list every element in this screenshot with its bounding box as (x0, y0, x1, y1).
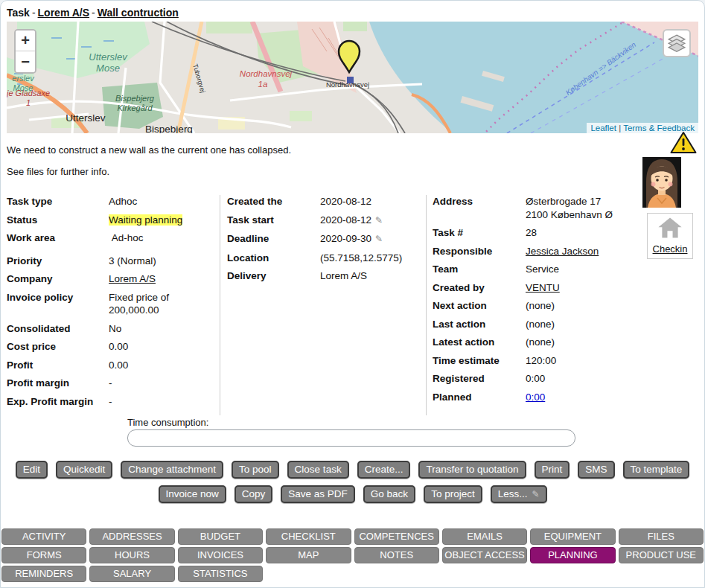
field-value: Service (526, 263, 559, 276)
field-company: CompanyLorem A/S (7, 272, 220, 286)
field-value: Østerbrogade 172100 København Ø (526, 195, 613, 221)
save-as-pdf-button[interactable]: Save as PDF (281, 485, 355, 503)
description-line: We need to construct a new wall as the c… (7, 144, 704, 156)
jessica-jackson-link[interactable]: Jessica Jackson (526, 246, 599, 257)
field-value: 2020-08-12 (320, 195, 371, 208)
field-label: Cost price (7, 340, 109, 354)
breadcrumb: Task-Lorem A/S-Wall contruction (1, 1, 704, 22)
tab-budget[interactable]: BUDGET (178, 528, 263, 545)
fields-column-middle: Created the2020-08-12Task start2020-08-1… (220, 195, 426, 415)
map-layers-button[interactable] (663, 29, 691, 57)
edit-pencil-icon[interactable]: ✎ (532, 489, 539, 499)
tab-forms[interactable]: FORMS (1, 547, 86, 563)
map-zoom-control: + − (14, 29, 36, 74)
tab-checklist[interactable]: CHECKLIST (266, 528, 351, 545)
button-label: Quickedit (63, 464, 105, 475)
field-task-type: Task typeAdhoc (7, 195, 220, 208)
breadcrumb-company-link[interactable]: Lorem A/S (38, 7, 90, 19)
field-value-text: - (109, 396, 112, 407)
tab-equipment[interactable]: EQUIPMENT (530, 528, 615, 545)
warning-indicator[interactable] (670, 131, 697, 157)
field-value: Fixed price of200,000.00 (109, 291, 169, 317)
field-label: Work area (7, 231, 109, 245)
leaflet-map[interactable]: + (7, 22, 698, 133)
edit-pencil-icon[interactable]: ✎ (375, 234, 383, 244)
tab-notes[interactable]: NOTES (354, 547, 439, 563)
quickedit-button[interactable]: Quickedit (56, 461, 112, 479)
tab-salary[interactable]: SALARY (89, 566, 174, 582)
lorem-a-s-link[interactable]: Lorem A/S (109, 273, 156, 284)
transfer-to-quotation-button[interactable]: Transfer to quotation (418, 461, 526, 479)
edit-button[interactable]: Edit (16, 461, 48, 479)
invoice-now-button[interactable]: Invoice now (159, 485, 226, 503)
field-value-text: Fixed price of (109, 292, 169, 303)
field-value: 2020-08-12✎ (320, 214, 383, 228)
tab-competences[interactable]: COMPETENCES (354, 528, 439, 545)
field-label: Task # (433, 226, 526, 240)
button-label: Less... (498, 488, 528, 499)
field-label: Delivery (227, 269, 320, 283)
field-value-text: Østerbrogade 17 (526, 196, 601, 207)
to-template-button[interactable]: To template (623, 461, 690, 479)
tab-statistics[interactable]: STATISTICS (178, 566, 263, 582)
checkin-label: Checkin (649, 243, 691, 255)
field-value-text: Lorem A/S (320, 270, 367, 281)
create-button[interactable]: Create... (357, 461, 411, 479)
less-button[interactable]: Less...✎ (491, 485, 547, 503)
edit-pencil-icon[interactable]: ✎ (375, 215, 383, 226)
tab-planning[interactable]: PLANNING (530, 547, 615, 563)
tab-object-access[interactable]: OBJECT ACCESS (442, 547, 527, 563)
field-value: Adhoc (109, 195, 137, 208)
tab-hours[interactable]: HOURS (89, 547, 174, 563)
field-label: Status (7, 214, 109, 227)
field-label: Next action (433, 299, 526, 313)
planned-time-link[interactable]: 0:00 (526, 392, 545, 403)
breadcrumb-task-link[interactable]: Wall contruction (98, 7, 179, 19)
close-task-button[interactable]: Close task (287, 461, 349, 479)
change-attachment-button[interactable]: Change attachment (121, 461, 223, 479)
zoom-in-button[interactable]: + (16, 31, 35, 51)
copy-button[interactable]: Copy (235, 485, 273, 503)
to-pool-button[interactable]: To pool (232, 461, 279, 479)
action-buttons-row-2: Invoice nowCopySave as PDFGo backTo proj… (1, 485, 704, 503)
tab-product-use[interactable]: PRODUCT USE (619, 547, 704, 563)
field-priority: Priority3 (Normal) (7, 255, 220, 268)
button-label: Transfer to quotation (426, 464, 518, 475)
tab-addresses[interactable]: ADDRESSES (89, 528, 174, 545)
field-label: Invoice policy (7, 291, 109, 317)
tab-map[interactable]: MAP (266, 547, 351, 563)
ventu-link[interactable]: VENTU (526, 282, 560, 293)
button-label: To project (431, 488, 475, 499)
field-value: Lorem A/S (109, 272, 156, 286)
tab-reminders[interactable]: REMINDERS (1, 566, 86, 582)
map-label: 1a (258, 80, 268, 89)
field-value: Lorem A/S (320, 269, 367, 283)
field-delivery: DeliveryLorem A/S (227, 269, 426, 283)
tab-emails[interactable]: EMAILS (442, 528, 527, 545)
map-label: je Gladsaxe (7, 89, 50, 98)
go-back-button[interactable]: Go back (363, 485, 415, 503)
task-detail-page: Task-Lorem A/S-Wall contruction + (0, 0, 705, 588)
field-value: 120:00 (526, 354, 556, 368)
time-consumption-label: Time consumption: (127, 417, 208, 428)
field-value-text: 2020-09-30 (320, 233, 371, 244)
tab-files[interactable]: FILES (619, 528, 704, 545)
time-consumption-input[interactable] (127, 429, 575, 447)
tab-activity[interactable]: ACTIVITY (1, 528, 86, 545)
checkin-button[interactable]: Checkin (647, 213, 693, 259)
print-button[interactable]: Print (535, 461, 570, 479)
field-value-text: 3 (Normal) (109, 255, 156, 266)
field-value: 0:00 (526, 372, 545, 386)
field-label: Planned (433, 391, 526, 404)
field-value-text: No (109, 323, 121, 334)
tab-invoices[interactable]: INVOICES (178, 547, 263, 563)
field-label: Profit margin (7, 377, 109, 390)
zoom-out-button[interactable]: − (16, 51, 35, 72)
responsible-avatar[interactable] (642, 157, 681, 208)
map-label: Mose (96, 63, 120, 74)
description-line: See files for further info. (7, 166, 704, 177)
leaflet-link[interactable]: Leaflet (590, 124, 616, 132)
to-project-button[interactable]: To project (424, 485, 482, 503)
sms-button[interactable]: SMS (578, 461, 614, 479)
field-value-text: - (109, 377, 112, 389)
